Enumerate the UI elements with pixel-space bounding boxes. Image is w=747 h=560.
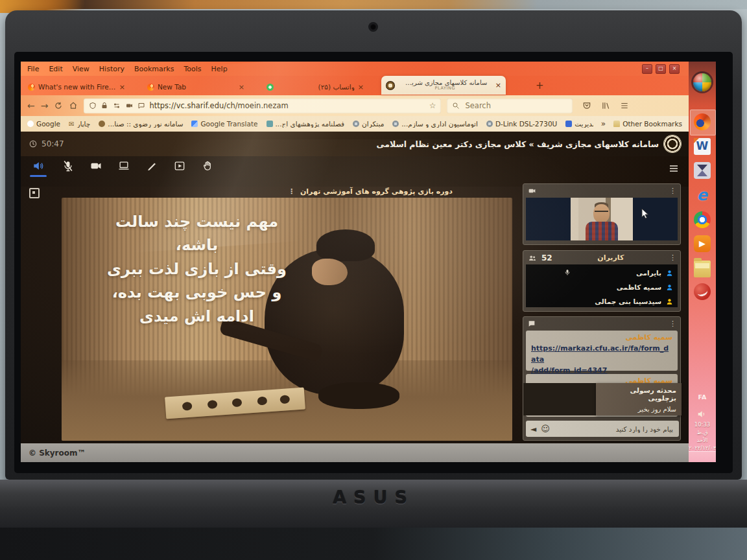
microphone-muted-button[interactable] xyxy=(62,159,75,172)
lock-icon[interactable] xyxy=(101,102,108,110)
kebab-menu-icon[interactable]: ⋮ xyxy=(288,187,295,196)
permissions-icon[interactable] xyxy=(112,102,121,110)
taskbar-media-player-icon[interactable]: ▶ xyxy=(694,235,711,252)
whatsapp-icon xyxy=(267,84,274,91)
minimize-button[interactable]: – xyxy=(642,64,652,74)
raise-hand-button[interactable] xyxy=(201,159,214,172)
menu-tools[interactable]: Tools xyxy=(184,65,201,73)
taskbar-red-app-icon[interactable] xyxy=(694,283,711,300)
close-button[interactable]: × xyxy=(669,64,680,74)
chat-input-row: ◄ ☺ xyxy=(526,421,679,437)
taskbar-folder-icon[interactable] xyxy=(694,261,711,277)
taskbar-kmplayer-icon[interactable] xyxy=(694,162,711,179)
taskbar-firefox-icon[interactable] xyxy=(694,113,711,130)
bookmark-admin-request[interactable]: درخواست مدیریت xyxy=(565,120,593,128)
taskbar-internet-explorer-icon[interactable]: e xyxy=(694,187,711,204)
chat-message-input[interactable] xyxy=(554,425,674,434)
show-desktop-button[interactable] xyxy=(689,451,716,462)
bookmark-mobtakeran[interactable]: مبتکران xyxy=(353,120,384,128)
notification-bubble-icon[interactable] xyxy=(137,102,145,110)
session-timer: 50:47 xyxy=(29,139,64,148)
camera-permission-icon[interactable] xyxy=(125,102,134,110)
tab-whats-new[interactable]: What's new with Firefox... More × xyxy=(23,79,130,95)
user-avatar-icon xyxy=(665,298,674,306)
bookmark-automation[interactable]: اتوماسیون اداری و سازم... xyxy=(392,120,478,128)
volume-icon[interactable] xyxy=(696,409,707,419)
menu-file[interactable]: File xyxy=(27,65,39,73)
tab-whatsapp[interactable]: واتساب (۲۵) × xyxy=(262,79,368,95)
screen-share-button[interactable] xyxy=(117,159,130,172)
menu-edit[interactable]: Edit xyxy=(49,65,62,73)
tab-close-icon[interactable]: × xyxy=(358,83,364,91)
other-bookmarks-folder[interactable]: Other Bookmarks xyxy=(613,120,682,128)
library-icon[interactable] xyxy=(601,101,610,110)
reload-icon[interactable] xyxy=(54,101,63,110)
kebab-menu-icon[interactable]: ⋮ xyxy=(669,187,676,195)
pocket-icon[interactable] xyxy=(582,101,591,110)
annotate-pen-button[interactable] xyxy=(145,159,158,172)
bookmark-dlink[interactable]: D-Link DSL-2730U xyxy=(486,120,557,128)
menu-bookmarks[interactable]: Bookmarks xyxy=(134,65,174,73)
tab-close-icon[interactable]: × xyxy=(119,83,125,91)
url-text[interactable]: https://vc.sharif.edu/ch/moein.nezam xyxy=(149,101,288,110)
bookmark-star-icon[interactable]: ☆ xyxy=(429,101,436,110)
hamburger-menu-icon[interactable] xyxy=(620,101,629,110)
back-button[interactable]: ← xyxy=(27,100,35,111)
menu-help[interactable]: Help xyxy=(211,65,228,73)
user-row[interactable]: بایرامی xyxy=(530,266,674,280)
mouse-cursor xyxy=(641,208,650,219)
tab-new-tab[interactable]: New Tab × xyxy=(143,79,249,95)
home-icon[interactable] xyxy=(69,101,78,110)
kebab-menu-icon[interactable]: ⋮ xyxy=(669,320,676,328)
bookmarks-overflow-chevron[interactable]: » xyxy=(601,119,606,128)
tab-sharif-vc-active[interactable]: سامانه کلاسهای مجازی شریف - ک PLAYING × xyxy=(381,76,506,95)
windows-taskbar: W e ▶ FA 10:33 ق.ظ الأحد ۲۰۲۲/۱۲/۰۳ xyxy=(689,62,716,462)
bookmark-google-translate[interactable]: Google Translate xyxy=(191,120,257,128)
laptop-photo: File Edit View History Bookmarks Tools H… xyxy=(0,0,747,560)
webcam-button[interactable] xyxy=(89,159,102,172)
bookmark-quarterly-journal[interactable]: فصلنامه پژوهشهای اج... xyxy=(267,120,345,128)
tab-close-icon[interactable]: × xyxy=(495,81,501,89)
new-tab-button[interactable]: + xyxy=(536,80,544,91)
firefox-icon xyxy=(28,84,35,91)
bookmark-chapar[interactable]: ✉چاپار xyxy=(69,120,90,128)
browser-menubar: File Edit View History Bookmarks Tools H… xyxy=(21,62,689,76)
user-row[interactable]: سمیه کاظمی xyxy=(530,280,674,294)
taskbar-chrome-icon[interactable] xyxy=(694,211,711,228)
users-icon xyxy=(527,253,538,262)
search-input[interactable] xyxy=(464,100,544,111)
chat-panel: ⋮ سمیه کاظمی https://markazi.cfu.ac.ir/f… xyxy=(523,316,681,441)
site-favicon xyxy=(267,121,273,127)
menu-history[interactable]: History xyxy=(99,65,124,73)
chat-link[interactable]: https://markazi.cfu.ac.ir/fa/form_data xyxy=(531,343,672,365)
user-row[interactable]: سیدسینا بنی جمالی xyxy=(530,294,674,307)
picture-in-picture-icon[interactable] xyxy=(29,188,40,198)
media-player-button[interactable] xyxy=(173,159,186,172)
classroom-title: سامانه کلاسهای مجازی شریف » کلاس مجازی د… xyxy=(377,139,659,149)
bookmark-noor-razavi[interactable]: سامانه نور رضوی :: صنا... xyxy=(99,120,183,128)
globe-favicon xyxy=(392,121,399,127)
teacher-video-thumbnail[interactable] xyxy=(571,198,633,240)
search-bar[interactable] xyxy=(447,99,573,113)
tab-close-icon[interactable]: × xyxy=(239,83,244,91)
emoji-picker-icon[interactable]: ☺ xyxy=(541,424,550,434)
tab-media-status: PLAYING xyxy=(435,86,456,91)
google-favicon xyxy=(27,121,34,127)
taskbar-word-icon[interactable]: W xyxy=(694,138,711,155)
language-indicator[interactable]: FA xyxy=(689,393,716,401)
speaker-button[interactable] xyxy=(30,159,47,177)
menu-view[interactable]: View xyxy=(73,65,89,73)
taskbar-clock[interactable]: 10:33 ق.ظ الأحد ۲۰۲۲/۱۲/۰۳ xyxy=(689,421,716,452)
windows-start-button[interactable] xyxy=(693,73,711,91)
send-message-icon[interactable]: ◄ xyxy=(530,425,536,434)
clock-time: 10:33 ق.ظ xyxy=(689,421,716,436)
envelope-icon: ✉ xyxy=(69,121,74,128)
shield-icon[interactable] xyxy=(89,102,97,110)
kebab-menu-icon[interactable]: ⋮ xyxy=(669,253,676,262)
forward-button[interactable]: → xyxy=(41,100,49,111)
panel-menu-icon[interactable] xyxy=(668,163,680,174)
url-bar[interactable]: https://vc.sharif.edu/ch/moein.nezam ☆ xyxy=(84,99,441,113)
maximize-button[interactable]: □ xyxy=(656,64,666,74)
classroom-header: 50:47 سامانه کلاسهای مجازی شریف » کلاس م… xyxy=(21,132,689,156)
bookmark-google[interactable]: Google xyxy=(27,120,60,128)
